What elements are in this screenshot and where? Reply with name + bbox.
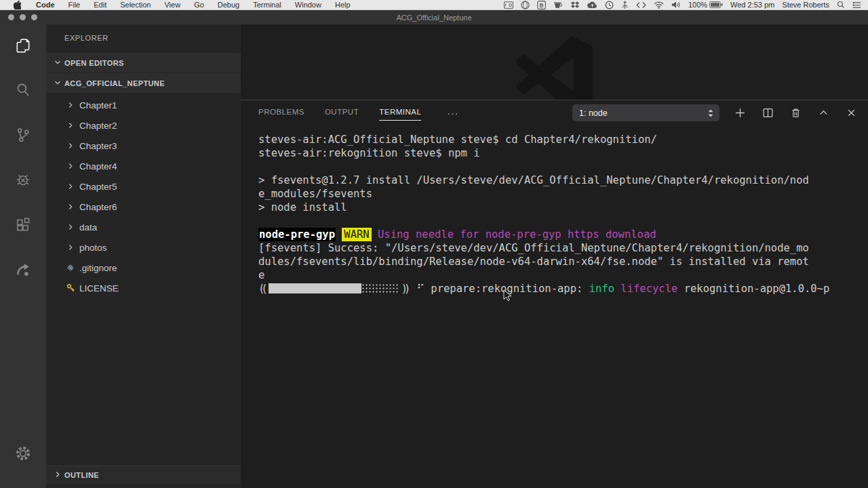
volume-icon[interactable] [671, 1, 681, 9]
tree-item-chapter2[interactable]: Chapter2 [46, 115, 241, 136]
terminal-text: node-pre-gyp [258, 228, 336, 241]
svg-text:B: B [539, 1, 543, 8]
terminal-line: > fsevents@1.2.7 install /Users/steve/de… [258, 174, 868, 187]
menu-item-debug[interactable]: Debug [211, 0, 246, 10]
window-titlebar[interactable]: ACG_Official_Neptune [0, 10, 868, 24]
menu-item-edit[interactable]: Edit [87, 0, 113, 10]
tree-item-license[interactable]: LICENSE [46, 278, 241, 298]
dongle-icon[interactable] [621, 1, 629, 9]
close-window-button[interactable] [8, 14, 14, 20]
code-brackets-icon[interactable] [636, 1, 646, 9]
apple-menu-icon[interactable] [8, 1, 29, 9]
terminal-text: Using needle for node-pre-gyp https down… [378, 228, 656, 241]
select-stepper-icon [706, 108, 715, 119]
tree-item-chapter4[interactable]: Chapter4 [46, 156, 241, 176]
section-outline[interactable]: OUTLINE [46, 466, 241, 484]
license-file-icon [64, 283, 77, 293]
maximize-panel-icon[interactable] [818, 107, 829, 119]
sidebar-title: EXPLORER [46, 24, 241, 53]
settings-gear-icon[interactable] [0, 431, 46, 476]
tree-item-label: Chapter5 [79, 182, 117, 192]
spotlight-search-icon[interactable] [837, 1, 845, 9]
tree-item-chapter6[interactable]: Chapter6 [46, 197, 241, 217]
window-title: ACG_Official_Neptune [0, 14, 868, 22]
coffee-cup-icon[interactable] [553, 1, 563, 9]
dropbox-icon[interactable] [570, 1, 580, 9]
menu-item-help[interactable]: Help [328, 0, 357, 10]
terminal-line: (()) ⠋ prepare:rekognition-app: info lif… [258, 282, 868, 296]
tree-item-label: Chapter1 [79, 100, 117, 110]
terminal-output[interactable]: steves-air:ACG_Official_Neptune steve$ c… [241, 125, 868, 296]
menubar-user[interactable]: Steve Roberts [782, 1, 829, 9]
panel-tab-problems[interactable]: PROBLEMS [258, 105, 304, 121]
chevron-right-icon [64, 120, 77, 131]
terminal-text: > fsevents@1.2.7 install /Users/steve/de… [258, 174, 809, 186]
menubar-clock[interactable]: Wed 2:53 pm [730, 1, 774, 9]
tree-item-chapter1[interactable]: Chapter1 [46, 95, 241, 115]
terminal-text: e [258, 269, 264, 281]
source-control-icon[interactable] [0, 113, 46, 157]
section-open-editors[interactable]: OPEN EDITORS [46, 53, 241, 73]
terminal-line: > node install [258, 201, 868, 214]
menu-item-selection[interactable]: Selection [113, 0, 157, 10]
swirl-icon[interactable] [521, 1, 530, 9]
tree-item-gitignore[interactable]: .gitignore [46, 258, 241, 278]
chevron-right-icon [64, 181, 77, 192]
terminal-text: dules/fsevents/lib/binding/Release/node-… [258, 256, 809, 268]
tree-item-photos[interactable]: photos [46, 237, 241, 258]
git-file-icon [64, 262, 77, 273]
terminal-line: e [258, 268, 868, 282]
tree-item-data[interactable]: data [46, 217, 241, 237]
menu-item-view[interactable]: View [157, 0, 187, 10]
menu-item-code[interactable]: Code [29, 0, 62, 10]
file-tree: Chapter1Chapter2Chapter3Chapter4Chapter5… [46, 93, 241, 298]
activity-bar [0, 24, 46, 488]
explorer-icon[interactable] [0, 24, 46, 68]
search-icon[interactable] [0, 68, 46, 113]
macos-menubar: Code File Edit Selection View Go Debug T… [0, 0, 868, 10]
section-label: OPEN EDITORS [64, 59, 124, 67]
panel-tab-terminal[interactable]: TERMINAL [379, 105, 421, 121]
panel-tab-output[interactable]: OUTPUT [325, 105, 359, 121]
tree-item-chapter3[interactable]: Chapter3 [46, 136, 241, 156]
new-terminal-icon[interactable] [734, 107, 746, 119]
explorer-sidebar: EXPLORER OPEN EDITORS ACG_OFFICIAL_NEPTU… [46, 24, 241, 488]
tree-item-label: Chapter6 [79, 202, 117, 212]
chevron-right-icon [64, 201, 77, 212]
section-project-root[interactable]: ACG_OFFICIAL_NEPTUNE [46, 73, 241, 93]
terminal-select[interactable]: 1: node [572, 104, 719, 121]
menu-item-terminal[interactable]: Terminal [246, 0, 288, 10]
menu-item-window[interactable]: Window [288, 0, 328, 10]
npm-progress-bar [269, 283, 361, 293]
terminal-text: > node install [258, 201, 347, 214]
editor-area [241, 24, 868, 100]
wifi-icon[interactable] [654, 1, 664, 9]
terminal-select-value: 1: node [579, 108, 608, 118]
b-app-icon[interactable]: B [537, 1, 546, 9]
split-terminal-icon[interactable] [762, 107, 774, 119]
section-label: ACG_OFFICIAL_NEPTUNE [64, 79, 165, 87]
screen-mirroring-icon[interactable] [504, 1, 513, 9]
terminal-line: steves-air:ACG_Official_Neptune steve$ c… [258, 133, 868, 146]
tree-item-label: Chapter2 [79, 121, 117, 131]
kill-terminal-trash-icon[interactable] [790, 107, 802, 119]
terminal-text [336, 228, 342, 241]
share-deploy-icon[interactable] [0, 247, 46, 291]
zoom-window-button[interactable] [31, 14, 37, 20]
terminal-text: [fsevents] Success: "/Users/steve/dev/AC… [258, 242, 809, 254]
chevron-down-icon [53, 58, 62, 68]
tree-item-chapter5[interactable]: Chapter5 [46, 176, 241, 197]
extensions-icon[interactable] [0, 202, 46, 247]
debug-icon[interactable] [0, 157, 46, 202]
notification-center-icon[interactable] [852, 1, 861, 9]
panel-header: PROBLEMSOUTPUTTERMINAL ··· 1: node [241, 100, 868, 125]
vscode-window: ACG_Official_Neptune [0, 10, 868, 488]
close-panel-icon[interactable] [846, 107, 857, 119]
menu-item-go[interactable]: Go [187, 0, 211, 10]
time-machine-icon[interactable] [605, 1, 614, 9]
menu-item-file[interactable]: File [62, 0, 87, 10]
minimize-window-button[interactable] [20, 14, 26, 20]
battery-icon[interactable] [709, 1, 723, 8]
panel-more-actions[interactable]: ··· [447, 108, 458, 119]
cloud-upload-icon[interactable] [587, 1, 597, 9]
